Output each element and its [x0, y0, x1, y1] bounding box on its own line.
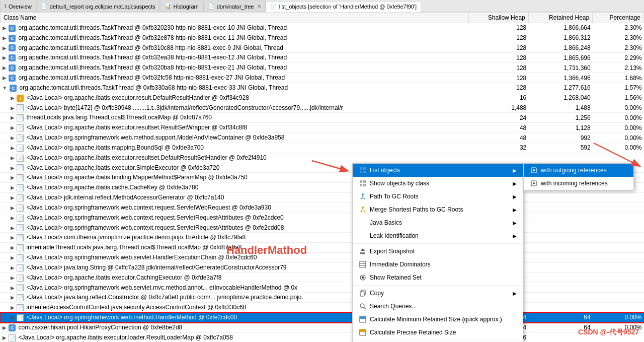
table-row[interactable]: ▼ C org.apache.tomcat.util.threads.TaskT… [1, 83, 644, 93]
table-row[interactable]: ▶ 📄 <Java Local> jdk.internal.reflect.Me… [1, 193, 644, 203]
expand-icon[interactable]: ▶ [11, 275, 16, 281]
table-row[interactable]: ▶ C org.apache.tomcat.util.threads.TaskT… [1, 33, 644, 43]
expand-icon[interactable]: ▶ [3, 75, 8, 81]
menu-item-export-label: Export Snapshot [370, 248, 415, 255]
expand-icon[interactable]: ▶ [3, 335, 8, 340]
submenu-with-incoming[interactable]: with incoming references [524, 177, 633, 190]
table-row[interactable]: ▶ C org.apache.tomcat.util.threads.TaskT… [1, 43, 644, 53]
expand-icon[interactable]: ▶ [3, 55, 8, 60]
table-row[interactable]: ▶ C org.apache.tomcat.util.threads.TaskT… [1, 23, 644, 33]
expand-icon[interactable]: ▶ [11, 105, 16, 111]
expand-icon[interactable]: ▼ [3, 85, 9, 91]
table-row[interactable]: ▶ 📄 <Java Local> com.itheima.jvmoptimize… [1, 233, 644, 243]
expand-icon[interactable]: ▶ [11, 195, 16, 200]
expand-icon[interactable]: ▶ [3, 65, 8, 71]
expand-icon[interactable]: ▶ [11, 125, 16, 130]
cell-percentage [593, 223, 644, 233]
table-row[interactable]: ▶ 📄 <Java Local> org.springframework.web… [1, 202, 644, 213]
expand-icon[interactable]: ▶ [11, 185, 16, 190]
table-row[interactable]: ▶ 📄 <Java Local> org.springframework.web… [1, 313, 644, 323]
expand-icon[interactable]: ▶ [11, 285, 16, 291]
tab-overview[interactable]: ℹ Overview [0, 1, 36, 12]
col-percentage[interactable]: Percentage [593, 13, 644, 23]
expand-icon[interactable]: ▶ [11, 205, 16, 211]
expand-icon[interactable]: ▶ [11, 175, 16, 180]
cell-shallow-heap: 128 [468, 23, 528, 33]
table-row[interactable]: ▶ 📄 inheritedAccessControlContext java.s… [1, 303, 644, 313]
expand-icon[interactable]: ▶ [3, 45, 8, 51]
col-retained-heap[interactable]: Retained Heap [528, 13, 592, 23]
cell-retained-heap: 1,731,360 [528, 63, 592, 73]
expand-icon[interactable]: ▶ [11, 295, 16, 300]
expand-icon[interactable]: ▶ [11, 215, 16, 221]
col-shallow-heap[interactable]: Shallow Heap [468, 13, 528, 23]
tab-default-report[interactable]: 📄 default_report org.eclipse.mat.api:sus… [36, 1, 160, 12]
cell-percentage [593, 262, 644, 272]
table-row[interactable]: ▶ C org.apache.tomcat.util.threads.TaskT… [1, 73, 644, 83]
table-row[interactable]: ▶ C com.zaxxer.hikari.pool.HikariProxyCo… [1, 322, 644, 332]
cell-retained-heap: 1,268,040 [528, 93, 592, 103]
menu-item-retained-set[interactable]: Show Retained Set [353, 271, 523, 284]
table-row[interactable]: ▶ 📄 <Java Local> org.apache.ibatis.execu… [1, 153, 644, 163]
cell-retained-heap [528, 272, 592, 283]
expand-icon[interactable]: ▶ [11, 305, 16, 310]
tab-list-objects[interactable]: 📄 list_objects [selection of 'HandlerMet… [266, 1, 421, 12]
tab-histogram-label: Histogram [174, 4, 199, 10]
table-row[interactable]: ▶ J <Java Local> org.apache.ibatis.execu… [1, 93, 644, 103]
table-row[interactable]: ▶ 📄 inheritableThreadLocals java.lang.Th… [1, 243, 644, 253]
tab-dominator-close[interactable]: ✕ [257, 4, 261, 9]
col-class-name[interactable]: Class Name [1, 13, 469, 23]
table-row[interactable]: ▶ 📄 <Java Local> org.springframework.web… [1, 133, 644, 143]
menu-item-show-objects[interactable]: Show objects by class ▶ [353, 177, 523, 190]
menu-item-leak[interactable]: Leak Identification ▶ [353, 229, 523, 242]
expand-icon[interactable]: ▶ [11, 315, 16, 320]
expand-icon[interactable]: ▶ [11, 145, 16, 151]
expand-icon[interactable]: ▶ [11, 165, 16, 171]
table-row[interactable]: ▶ C org.apache.tomcat.util.threads.TaskT… [1, 53, 644, 63]
tab-dominator-tree[interactable]: 📄 dominator_tree ✕ [203, 1, 266, 12]
table-row[interactable]: ▶ 📄 <Java Local> org.springframework.web… [1, 283, 644, 293]
svg-point-15 [361, 211, 362, 213]
menu-item-merge-paths-label: Merge Shortest Paths to GC Roots [370, 206, 463, 213]
table-row[interactable]: ▶ 📄 <Java Local> org.apache.ibatis.execu… [1, 272, 644, 283]
menu-item-dominators[interactable]: Immediate Dominators [353, 258, 523, 271]
expand-icon[interactable]: ▶ [11, 115, 16, 120]
expand-icon[interactable]: ▶ [11, 255, 16, 260]
menu-item-calc-min[interactable]: Calculate Minimum Retained Size (quick a… [353, 313, 523, 326]
table-row[interactable]: ▶ 📄 threadLocals java.lang.ThreadLocal$T… [1, 113, 644, 123]
menu-item-path-gc[interactable]: Path To GC Roots ▶ [353, 190, 523, 203]
separator-1 [353, 243, 523, 244]
expand-icon[interactable]: ▶ [11, 155, 16, 161]
table-row[interactable]: ▶ 📄 <Java Local> org.springframework.web… [1, 213, 644, 223]
menu-item-calc-precise[interactable]: Calculate Precise Retained Size [353, 326, 523, 339]
expand-icon[interactable]: ▶ [11, 265, 16, 270]
expand-icon[interactable]: ▶ [11, 135, 16, 141]
table-row[interactable]: ▶ 📄 <Java Local> org.springframework.web… [1, 253, 644, 263]
svg-point-12 [362, 207, 364, 209]
row-type-icon: C [10, 85, 17, 92]
menu-item-list-objects[interactable]: List objects ▶ [353, 164, 523, 177]
menu-item-merge-paths[interactable]: Merge Shortest Paths to GC Roots ▶ [353, 203, 523, 216]
expand-icon[interactable]: ▶ [3, 325, 8, 330]
table-row[interactable]: ▶ 📄 <Java Local> org.apache.ibatis.execu… [1, 123, 644, 133]
table-row[interactable]: ▶ 📄 <Java Local> org.apache.ibatis.execu… [1, 332, 644, 342]
table-row[interactable]: ▶ 📄 <Java Local> java.lang.reflect.Const… [1, 293, 644, 303]
tab-histogram[interactable]: 📊 Histogram [160, 1, 203, 12]
table-row[interactable]: ▶ C org.apache.tomcat.util.threads.TaskT… [1, 63, 644, 73]
menu-item-search[interactable]: Search Queries... [353, 300, 523, 313]
expand-icon[interactable]: ▶ [11, 245, 16, 250]
table-row[interactable]: ▶ 📄 <Java Local> java.lang.String @ 0xff… [1, 262, 644, 272]
table-row[interactable]: ▶ 📄 <Java Local> org.springframework.web… [1, 223, 644, 233]
submenu-with-outgoing[interactable]: with outgoing references [524, 164, 633, 177]
expand-icon[interactable]: ▶ [3, 25, 8, 31]
expand-icon[interactable]: ▶ [11, 235, 16, 240]
expand-icon[interactable]: ▶ [11, 95, 16, 101]
menu-item-java-basics[interactable]: Java Basics ▶ [353, 216, 523, 229]
table-row[interactable]: ▶ 📄 <Java Local> byte[1472] @ 0xffc80948… [1, 103, 644, 113]
cell-name-text: inheritableThreadLocals java.lang.Thread… [25, 244, 242, 251]
table-row[interactable]: ▶ 📄 <Java Local> org.apache.ibatis.mappi… [1, 143, 644, 153]
expand-icon[interactable]: ▶ [3, 35, 8, 41]
expand-icon[interactable]: ▶ [11, 225, 16, 231]
menu-item-copy[interactable]: Copy ▶ [353, 287, 523, 300]
menu-item-export[interactable]: Export Snapshot [353, 245, 523, 258]
